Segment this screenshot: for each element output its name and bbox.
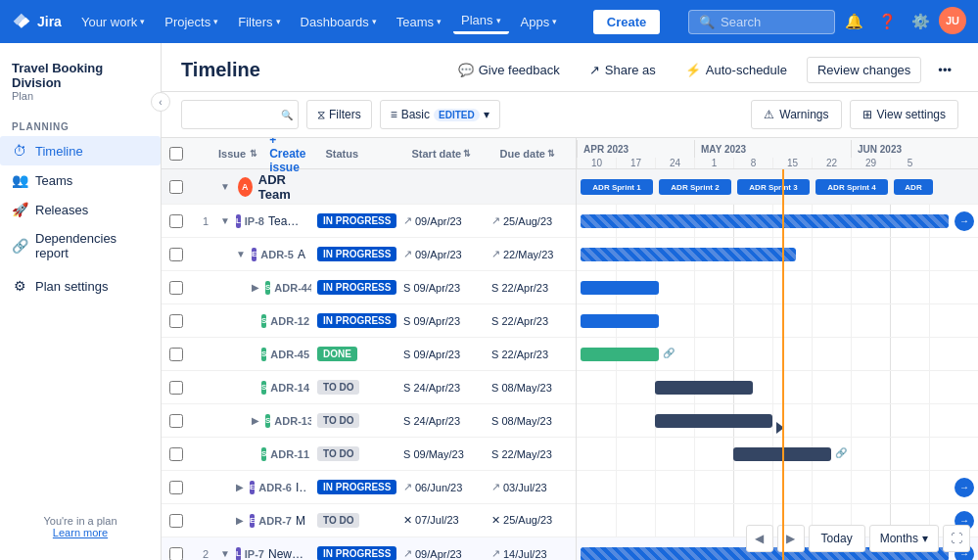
share-icon: ↗ [589,63,600,77]
issue-type-icon: E [250,514,255,528]
row-checkbox[interactable] [169,481,183,494]
table-row: ▼ E ADR-5 App Basics - Android test IN P… [162,238,576,271]
issue-key: IP-8 [245,215,264,227]
row-checkbox[interactable] [169,447,183,461]
issue-label[interactable]: Team Travel Mobile Apps [268,214,305,228]
issue-list: ▼ A ADR Team 1 ▼ L [162,169,576,560]
status-badge: IN PROGRESS [317,480,396,494]
due-date: S 08/May/23 [491,415,552,427]
chevron-down-icon[interactable]: ▼ [218,215,232,226]
navigate-right-button[interactable]: → [955,211,974,231]
create-issue-button[interactable]: + Create issue [261,138,313,178]
gantt-row: 🔗 [577,338,978,371]
notification-icon[interactable]: 🔔 [839,7,868,36]
sidebar-item-dependencies[interactable]: 🔗 Dependencies report [0,224,161,267]
row-checkbox[interactable] [169,514,183,528]
due-col-header: Due date [500,148,545,160]
search-input[interactable] [181,100,299,129]
expand-arrow[interactable]: ▶ [234,515,246,526]
chevron-down-icon[interactable]: ▼ [218,181,232,192]
search-icon: 🔍 [699,15,715,29]
issue-label[interactable]: Invite and share [296,481,305,494]
create-button[interactable]: Create [593,10,660,34]
sidebar-item-label-teams: Teams [35,173,72,188]
chevron-down-icon[interactable]: ▼ [234,249,248,259]
page-header: Timeline 💬 Give feedback ↗ Share as ⚡ Au… [162,43,978,92]
sidebar-collapse-button[interactable]: ‹ [151,92,170,112]
nav-your-work[interactable]: Your work ▾ [73,11,153,33]
sort-icon[interactable]: ⇅ [250,149,257,159]
share-as-button[interactable]: ↗ Share as [580,58,666,82]
app-logo[interactable]: Jira [12,12,62,31]
filters-button[interactable]: ⧖ Filters [306,100,372,129]
gantt-date: 17 [616,158,655,168]
view-settings-icon: ⊞ [862,108,872,121]
issue-label[interactable]: New payment systems [268,547,305,561]
row-checkbox[interactable] [169,180,183,194]
basic-button[interactable]: ≡ Basic EDITED ▾ [380,100,500,129]
issue-type-icon: L [236,547,241,561]
review-changes-button[interactable]: Review changes [807,57,921,83]
nav-filters[interactable]: Filters ▾ [230,11,288,33]
top-nav: Jira Your work ▾ Projects ▾ Filters ▾ Da… [0,0,978,43]
row-checkbox[interactable] [169,381,183,395]
basic-icon: ≡ [391,108,397,121]
filter-icon: ⧖ [317,108,325,121]
row-checkbox[interactable] [169,414,183,428]
expand-arrow[interactable]: ▶ [250,415,261,426]
help-icon[interactable]: ❓ [872,7,902,36]
gantt-row [577,371,978,404]
more-options-button[interactable]: ••• [931,58,958,82]
gantt-date: 24 [655,158,694,168]
fullscreen-button[interactable]: ⛶ [943,525,970,552]
expand-arrow[interactable]: ▶ [250,282,261,293]
due-date: ↗22/May/23 [491,248,553,260]
avatar[interactable]: JU [939,7,966,34]
search-box[interactable]: 🔍 Search [688,10,835,34]
row-checkbox[interactable] [169,348,183,361]
issue-type-icon: S [265,414,270,428]
sidebar-item-releases[interactable]: 🚀 Releases [0,195,161,224]
nav-plans[interactable]: Plans ▾ [453,9,509,34]
row-checkbox[interactable] [169,314,183,328]
gantt-prev-button[interactable]: ◀ [746,525,773,552]
give-feedback-button[interactable]: 💬 Give feedback [448,58,570,82]
start-date: S 09/Apr/23 [403,315,460,327]
warnings-button[interactable]: ⚠ Warnings [751,100,841,129]
gantt-next-button[interactable]: ▶ [777,525,805,552]
row-checkbox[interactable] [169,547,183,561]
nav-dashboards[interactable]: Dashboards ▾ [293,11,385,33]
issue-key: ADR-44 [274,282,311,294]
due-date: S 22/Apr/23 [491,315,548,327]
months-selector[interactable]: Months▾ [869,525,939,552]
due-date: S 22/Apr/23 [491,282,548,294]
sidebar-item-plan-settings[interactable]: ⚙ Plan settings [0,271,161,301]
chevron-down-icon[interactable]: ▼ [218,548,232,559]
sidebar-item-teams[interactable]: 👥 Teams [0,165,161,195]
feedback-icon: 💬 [458,63,474,77]
sidebar: Travel Booking Division Plan ‹ PLANNING … [0,43,162,560]
sidebar-learn-more-link[interactable]: Learn more [12,527,149,538]
due-date: ↗14/Jul/23 [491,547,547,560]
nav-projects[interactable]: Projects ▾ [157,11,226,33]
sidebar-item-timeline[interactable]: ⏱ Timeline [0,136,161,165]
expand-arrow[interactable]: ▶ [234,482,246,492]
view-settings-button[interactable]: ⊞ View settings [850,100,958,129]
table-row: S ADR-45 As a user I can ena... DONE S 0… [162,338,576,371]
nav-apps[interactable]: Apps ▾ [513,11,566,33]
navigate-right-button[interactable]: → [955,478,974,497]
issue-type-icon: S [261,447,266,461]
nav-teams[interactable]: Teams ▾ [389,11,449,33]
row-checkbox[interactable] [169,248,183,261]
select-all-checkbox[interactable] [169,147,183,161]
chevron-down-icon: ▾ [484,108,489,121]
auto-schedule-button[interactable]: ⚡ Auto-schedule [675,58,797,82]
issue-label[interactable]: App Basics - Android test [298,248,305,261]
row-checkbox[interactable] [169,214,183,228]
due-date: ↗25/Aug/23 [491,214,552,227]
row-checkbox[interactable] [169,281,183,295]
settings-icon[interactable]: ⚙️ [906,7,935,36]
issue-label[interactable]: My Group Trips Overview [296,514,305,528]
sidebar-project-type: Plan [12,90,149,102]
today-button[interactable]: Today [809,525,865,552]
